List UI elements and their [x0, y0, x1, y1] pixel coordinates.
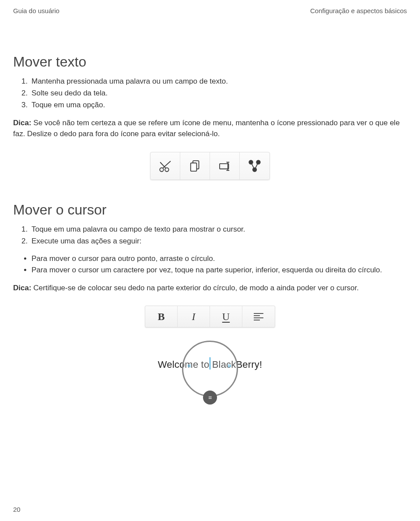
paste-button[interactable] [210, 152, 240, 180]
cursor-stage: Welcome to BlackBerry! « » ≡ [144, 341, 276, 419]
share-button[interactable] [240, 152, 270, 180]
format-toolbar: B I U [145, 306, 275, 327]
steps-mover-texto: Mantenha pressionada uma palavra ou um c… [13, 75, 407, 111]
cut-icon [158, 158, 173, 173]
step-item: Execute uma das ações a seguir: [30, 235, 407, 247]
align-button[interactable] [242, 306, 275, 327]
text-caret [210, 357, 210, 370]
svg-line-3 [160, 162, 166, 168]
copy-button[interactable] [180, 152, 210, 180]
icon-toolbar [150, 152, 270, 180]
paste-icon [217, 158, 232, 173]
section-title-mover-cursor: Mover o cursor [13, 202, 407, 218]
header-right: Configuração e aspectos básicos [310, 7, 407, 14]
grip-icon: ≡ [208, 394, 212, 401]
step-item: Toque em uma opção. [30, 99, 407, 111]
tip-body: Certifique-se de colocar seu dedo na par… [33, 284, 359, 292]
italic-button[interactable]: I [178, 306, 210, 327]
svg-line-13 [252, 163, 254, 168]
header-left: Guia do usuário [13, 7, 60, 14]
svg-line-2 [163, 161, 171, 168]
svg-point-12 [253, 168, 257, 172]
svg-line-14 [256, 163, 258, 168]
bold-icon: B [158, 311, 164, 323]
svg-rect-5 [190, 163, 196, 171]
bullet-item: Para mover o cursor para outro ponto, ar… [32, 253, 407, 264]
svg-point-11 [256, 160, 260, 164]
page-header: Guia do usuário Configuração e aspectos … [13, 7, 407, 14]
tip-mover-texto: Dica: Se você não tem certeza a que se r… [13, 117, 407, 140]
bullet-item: Para mover o cursor um caractere por vez… [32, 264, 407, 276]
cut-button[interactable] [150, 152, 180, 180]
tip-label: Dica: [13, 284, 33, 292]
section-title-mover-texto: Mover texto [13, 54, 407, 70]
underline-button[interactable]: U [210, 306, 242, 327]
figure-cursor-demo: B I U Welcome to BlackBerry! « » ≡ [13, 306, 407, 419]
tip-body: Se você não tem certeza a que se refere … [13, 119, 400, 138]
share-icon [247, 158, 262, 173]
svg-rect-6 [220, 163, 228, 169]
tip-mover-cursor: Dica: Certifique-se de colocar seu dedo … [13, 282, 407, 294]
underline-icon: U [222, 311, 230, 323]
copy-icon [188, 158, 203, 173]
cursor-grab-handle[interactable]: ≡ [203, 391, 217, 405]
align-left-icon [254, 313, 263, 320]
tip-label: Dica: [13, 119, 33, 127]
svg-point-10 [249, 160, 253, 164]
steps-mover-cursor: Toque em uma palavra ou campo de texto p… [13, 223, 407, 247]
step-item: Solte seu dedo da tela. [30, 87, 407, 99]
page-number: 20 [13, 506, 21, 513]
step-item: Mantenha pressionada uma palavra ou um c… [30, 75, 407, 87]
bold-button[interactable]: B [145, 306, 178, 327]
italic-icon: I [192, 311, 196, 323]
bullets-mover-cursor: Para mover o cursor para outro ponto, ar… [13, 253, 407, 276]
step-item: Toque em uma palavra ou campo de texto p… [30, 223, 407, 235]
svg-point-1 [165, 168, 169, 172]
figure-icon-toolbar [13, 152, 407, 180]
